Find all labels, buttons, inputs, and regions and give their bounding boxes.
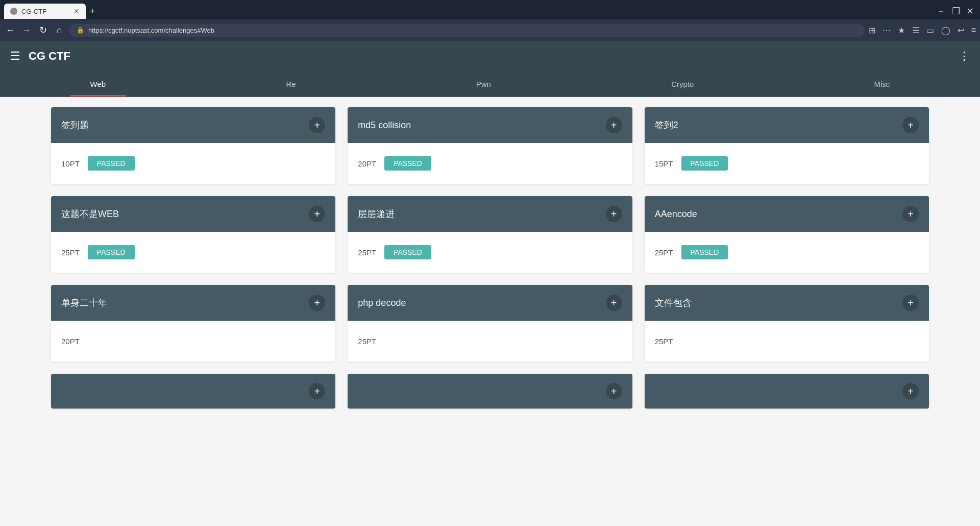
minimize-button[interactable]: － [937,5,946,17]
back-button[interactable]: ← [4,25,16,36]
card-body: 10PT PASSED [51,143,335,184]
card-points: 20PT [358,159,376,168]
card-add-button[interactable]: + [309,383,325,399]
challenge-card-cengcengjinjin: 层层递进 + 25PT PASSED [348,196,632,273]
card-header: 这题不是WEB + [51,196,335,232]
card-points: 25PT [655,248,673,257]
card-add-button[interactable]: + [606,383,622,399]
tab-close-button[interactable]: ✕ [74,7,80,15]
card-points: 25PT [61,248,80,257]
challenge-card-10: + [51,374,335,409]
card-points: 20PT [61,337,80,346]
card-add-button[interactable]: + [902,206,919,222]
card-points: 25PT [655,337,673,346]
refresh-button[interactable]: ↻ [37,25,49,36]
main-menu-icon[interactable]: ≡ [971,26,976,35]
card-title: php decode [358,298,406,308]
home-button[interactable]: ⌂ [53,25,65,36]
browser-chrome: CG-CTF ✕ + － ❐ ✕ ← → ↻ ⌂ 🔒 https://cgctf… [0,0,980,41]
card-title: 这题不是WEB [61,208,119,220]
card-body: 15PT PASSED [645,143,929,184]
card-title: md5 collision [358,120,411,131]
extensions-icon[interactable]: ↩ [958,26,964,35]
main-content: 签到题 + 10PT PASSED md5 collision + 20PT P… [0,97,980,526]
challenge-card-qiandaoti: 签到题 + 10PT PASSED [51,107,335,184]
card-points: 15PT [655,159,673,168]
passed-badge: PASSED [681,245,728,259]
tab-crypto[interactable]: Crypto [651,71,714,97]
address-input[interactable]: 🔒 https://cgctf.nuptsast.com/challenges#… [69,24,865,37]
card-header: 签到2 + [645,107,929,143]
account-icon[interactable]: ◯ [941,26,950,35]
challenge-card-wenjianbaohan: 文件包含 + 25PT [645,285,929,362]
card-title: 签到2 [655,119,678,131]
card-title: AAencode [655,209,697,220]
tab-misc[interactable]: Misc [854,71,911,97]
challenge-card-phpdecode: php decode + 25PT [348,285,632,362]
new-tab-button[interactable]: + [90,6,95,17]
card-header: AAencode + [645,196,929,232]
card-add-button[interactable]: + [606,206,622,222]
card-body: 20PT [51,321,335,362]
card-add-button[interactable]: + [606,117,622,133]
passed-badge: PASSED [681,156,728,171]
tabs-icon[interactable]: ▭ [926,26,934,35]
restore-button[interactable]: ❐ [952,6,960,17]
challenge-card-qiandao2: 签到2 + 15PT PASSED [645,107,929,184]
passed-badge: PASSED [88,245,135,259]
card-body: 25PT [348,321,632,362]
tab-re[interactable]: Re [265,71,316,97]
card-body: 25PT PASSED [51,232,335,273]
card-body: 25PT PASSED [645,232,929,273]
card-points: 10PT [61,159,80,168]
app-more-button[interactable]: ⋮ [959,50,970,63]
grid-icon[interactable]: ⊞ [869,26,875,35]
card-points: 25PT [358,248,376,257]
address-bar-row: ← → ↻ ⌂ 🔒 https://cgctf.nuptsast.com/cha… [0,19,980,41]
passed-badge: PASSED [384,245,431,259]
bookmark-star-icon[interactable]: ★ [898,26,905,35]
browser-toolbar-icons: ⊞ ⋯ ★ ☰ ▭ ◯ ↩ ≡ [869,26,976,35]
challenges-grid: 签到题 + 10PT PASSED md5 collision + 20PT P… [51,107,929,409]
card-add-button[interactable]: + [309,117,325,133]
url-display: https://cgctf.nuptsast.com/challenges#We… [88,27,214,34]
browser-tab[interactable]: CG-CTF ✕ [4,4,86,19]
bookmarks-shelf-icon[interactable]: ☰ [912,26,919,35]
tab-title: CG-CTF [21,8,46,15]
card-title: 签到题 [61,119,89,131]
card-add-button[interactable]: + [902,383,919,399]
card-add-button[interactable]: + [309,206,325,222]
nav-tabs: Web Re Pwn Crypto Misc [0,71,980,97]
tab-web[interactable]: Web [70,71,127,97]
tab-pwn[interactable]: Pwn [456,71,511,97]
card-body: 20PT PASSED [348,143,632,184]
card-header: + [645,374,929,409]
card-header: 单身二十年 + [51,285,335,321]
card-add-button[interactable]: + [902,295,919,311]
challenge-card-md5collision: md5 collision + 20PT PASSED [348,107,632,184]
challenge-card-12: + [645,374,929,409]
card-add-button[interactable]: + [902,117,919,133]
challenge-card-11: + [348,374,632,409]
card-add-button[interactable]: + [309,295,325,311]
app-header: ☰ CG CTF ⋮ [0,41,980,71]
hamburger-menu-icon[interactable]: ☰ [10,50,20,63]
more-icon[interactable]: ⋯ [883,26,891,35]
window-controls: － ❐ ✕ [937,5,976,17]
card-header: php decode + [348,285,632,321]
passed-badge: PASSED [88,156,135,171]
card-add-button[interactable]: + [606,295,622,311]
challenge-card-danshen20: 单身二十年 + 20PT [51,285,335,362]
card-title: 单身二十年 [61,297,107,309]
close-button[interactable]: ✕ [966,6,974,17]
challenge-card-zhetibushiweb: 这题不是WEB + 25PT PASSED [51,196,335,273]
card-header: 层层递进 + [348,196,632,232]
forward-button[interactable]: → [20,25,33,36]
card-header: 签到题 + [51,107,335,143]
tab-bar: CG-CTF ✕ + － ❐ ✕ [0,0,980,19]
app-title: CG CTF [29,50,959,63]
card-body: 25PT [645,321,929,362]
card-header: md5 collision + [348,107,632,143]
card-points: 25PT [358,337,376,346]
card-header: + [51,374,335,409]
